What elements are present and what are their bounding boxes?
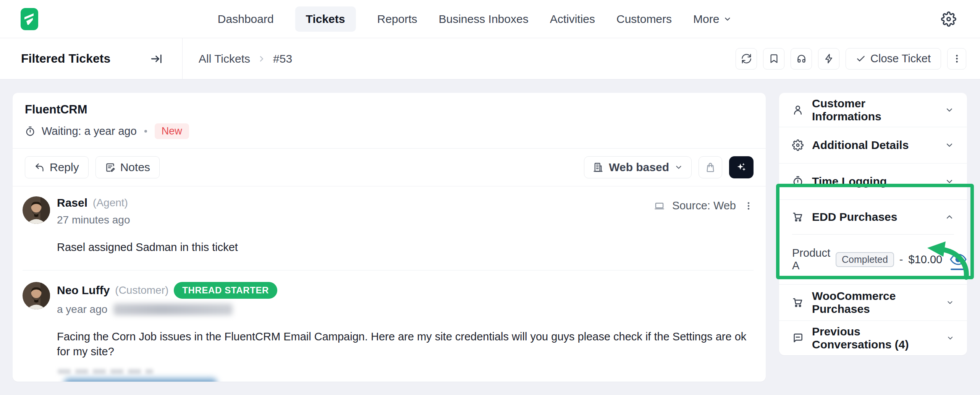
- user-icon: [792, 104, 804, 116]
- avatar-photo: [23, 282, 50, 309]
- shopping-bag-icon: [705, 162, 716, 173]
- nav-activities[interactable]: Activities: [550, 13, 595, 26]
- dot-separator: [144, 130, 147, 133]
- nav-customers[interactable]: Customers: [616, 13, 672, 26]
- widget-time-logging[interactable]: Time Logging: [779, 164, 967, 200]
- widget-woocommerce-purchases[interactable]: WooCommerce Purchases: [779, 285, 967, 321]
- reply-icon: [34, 162, 45, 173]
- edd-separator: -: [899, 253, 903, 266]
- widget-customer-informations[interactable]: Customer Informations: [779, 93, 967, 127]
- support-agent-button[interactable]: [791, 48, 812, 70]
- status-badge: New: [155, 123, 189, 139]
- settings-gear-button[interactable]: [941, 11, 956, 27]
- breadcrumb-ticket-number: #53: [273, 52, 292, 65]
- logo-glyph: [24, 12, 35, 26]
- purchase-history-button[interactable]: [699, 156, 722, 178]
- redacted-blur: [113, 304, 233, 315]
- toolbar-actions: Close Ticket: [736, 38, 980, 79]
- chevron-down-icon: [946, 333, 954, 343]
- refresh-button[interactable]: [736, 48, 757, 70]
- close-ticket-button[interactable]: Close Ticket: [846, 48, 941, 70]
- avatar-photo: [23, 196, 50, 224]
- filtered-tickets-panel-header: Filtered Tickets: [0, 38, 183, 79]
- notes-button[interactable]: Notes: [95, 156, 160, 178]
- eye-link-underline: [951, 269, 967, 270]
- stopwatch-icon: [792, 176, 804, 187]
- ticket-meta: Waiting: a year ago New: [25, 123, 754, 139]
- source-select-dropdown[interactable]: Web based: [584, 156, 692, 178]
- ticket-action-row: Reply Notes Web based: [13, 149, 766, 186]
- avatar: [23, 282, 50, 309]
- nav-business-inboxes[interactable]: Business Inboxes: [439, 13, 529, 26]
- arrow-to-bar-icon: [150, 52, 163, 65]
- close-ticket-label: Close Ticket: [870, 52, 931, 65]
- breadcrumb-all-tickets[interactable]: All Tickets: [199, 52, 250, 65]
- widget-title: Previous Conversations (4): [812, 325, 938, 351]
- ticket-card: FluentCRM Waiting: a year ago New Reply: [13, 93, 766, 382]
- nav-tickets[interactable]: Tickets: [295, 6, 356, 32]
- message-source-label: Source: Web: [672, 199, 736, 212]
- top-navigation: Dashboard Tickets Reports Business Inbox…: [0, 0, 980, 38]
- chevron-up-icon: [945, 212, 954, 222]
- headset-icon: [796, 53, 807, 64]
- widget-previous-conversations[interactable]: Previous Conversations (4): [779, 321, 967, 355]
- bookmark-button[interactable]: [763, 48, 784, 70]
- bookmark-icon: [769, 53, 779, 64]
- chevron-down-icon: [945, 141, 954, 150]
- author-role: (Agent): [93, 197, 128, 209]
- nav-more[interactable]: More: [693, 13, 731, 26]
- building-icon: [593, 162, 603, 173]
- message-timestamp: 27 minutes ago: [57, 214, 130, 226]
- ai-assistant-button[interactable]: [729, 156, 754, 178]
- widget-title: EDD Purchases: [812, 210, 897, 223]
- fluent-support-logo[interactable]: [21, 8, 38, 30]
- cart-icon: [792, 297, 804, 308]
- ticket-header: FluentCRM Waiting: a year ago New: [13, 93, 766, 149]
- refresh-icon: [741, 53, 752, 64]
- author-name: Rasel: [57, 196, 87, 209]
- quick-actions-button[interactable]: [818, 48, 839, 70]
- main-nav: Dashboard Tickets Reports Business Inbox…: [218, 0, 732, 38]
- page-content: FluentCRM Waiting: a year ago New Reply: [0, 79, 980, 395]
- nav-dashboard[interactable]: Dashboard: [218, 13, 274, 26]
- reply-label: Reply: [50, 161, 79, 174]
- edd-product-name: Product A: [792, 247, 830, 272]
- cart-icon: [792, 211, 804, 223]
- avatar: [23, 196, 50, 224]
- message-menu-icon[interactable]: [744, 201, 754, 211]
- toolbar-more-button[interactable]: [947, 48, 966, 70]
- edd-amount: $10.00: [909, 253, 943, 266]
- expand-panel-button[interactable]: [150, 52, 163, 65]
- source-select-value: Web based: [609, 161, 669, 174]
- nav-reports[interactable]: Reports: [377, 13, 417, 26]
- eye-icon: [950, 253, 967, 265]
- nav-more-label: More: [693, 13, 719, 26]
- widget-title: Customer Informations: [812, 97, 936, 123]
- widget-title: Time Logging: [812, 175, 887, 188]
- ticket-title: FluentCRM: [25, 103, 754, 117]
- gear-icon: [941, 11, 956, 27]
- widget-additional-details[interactable]: Additional Details: [779, 127, 967, 164]
- waiting-time-label: Waiting: a year ago: [42, 125, 137, 138]
- redacted-text-blur: [58, 369, 153, 374]
- notes-label: Notes: [120, 161, 150, 174]
- ticket-widgets-sidebar: Customer Informations Additional Details…: [779, 93, 967, 355]
- author-role: (Customer): [115, 284, 168, 296]
- chevron-right-icon: [257, 54, 266, 63]
- message-body: Facing the Corn Job issues in the Fluent…: [57, 329, 754, 359]
- view-purchase-link[interactable]: [950, 253, 967, 265]
- stopwatch-icon: [25, 126, 36, 137]
- sparkles-icon: [736, 162, 747, 173]
- lightning-icon: [824, 53, 834, 64]
- conversation-message-agent: Rasel (Agent) 27 minutes ago Source: Web: [13, 186, 766, 270]
- gear-icon: [792, 139, 804, 151]
- reply-button[interactable]: Reply: [25, 156, 89, 178]
- chevron-down-icon: [945, 105, 954, 115]
- monitor-icon: [654, 201, 665, 211]
- thread-starter-badge: THREAD STARTER: [174, 282, 277, 299]
- ellipsis-vertical-icon: [952, 53, 962, 64]
- chevron-down-icon: [674, 163, 683, 172]
- message-timestamp: a year ago: [57, 303, 107, 316]
- edd-status-badge: Completed: [836, 252, 894, 267]
- widget-edd-purchases[interactable]: EDD Purchases: [779, 200, 967, 234]
